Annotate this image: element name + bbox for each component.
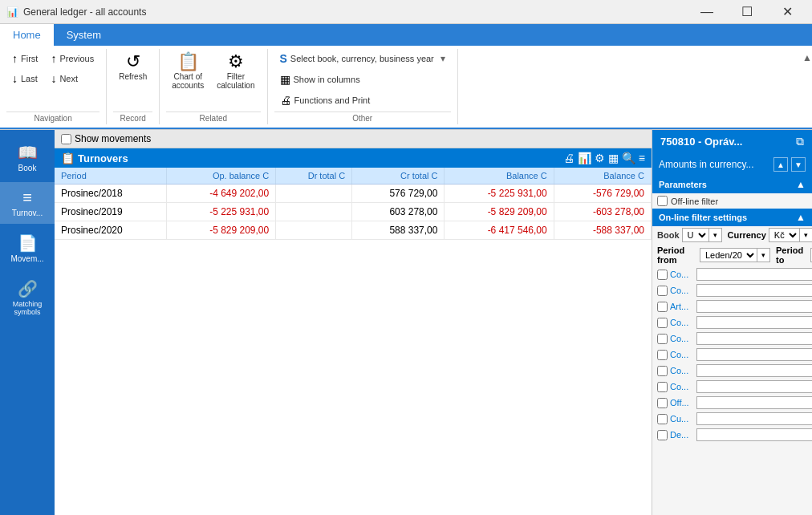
filter-item-checkbox[interactable]	[657, 414, 668, 424]
filter-item-checkbox[interactable]	[657, 270, 668, 280]
filter-item-row: Co... ▾	[652, 314, 812, 330]
col-cr-total: Cr total C	[352, 168, 445, 185]
table-row[interactable]: Prosinec/2020-5 829 209,00588 337,00-6 4…	[55, 221, 652, 240]
filter-item-input[interactable]	[696, 300, 812, 313]
online-filter-collapse-button[interactable]: ▲	[796, 212, 806, 223]
next-button[interactable]: ↓ Next	[45, 69, 99, 88]
export-turnovers-button[interactable]: ⚙	[595, 152, 605, 164]
select-book-button[interactable]: S Select book, currency, business year ▾	[274, 49, 451, 68]
sidebar-item-turnovers[interactable]: ≡ Turnov...	[0, 182, 55, 224]
title-bar: 📊 General ledger - all accounts — ☐ ✕	[0, 0, 812, 24]
filter-item-input[interactable]	[696, 428, 812, 441]
search-turnovers-button[interactable]: 🔍	[622, 152, 635, 164]
filter-item-label: Co...	[670, 286, 694, 295]
book-select[interactable]: U	[682, 228, 709, 242]
period-from-label: Period from	[657, 245, 697, 265]
chart-turnovers-button[interactable]: 📊	[578, 152, 591, 164]
ribbon-tabs: Home System	[0, 24, 812, 46]
filter-calculation-button[interactable]: ⚙ Filtercalculation	[211, 49, 260, 94]
filter-item-input[interactable]	[696, 364, 812, 377]
print-icon: 🖨	[280, 94, 291, 107]
columns-turnovers-button[interactable]: ▦	[608, 152, 619, 164]
filter-item-checkbox[interactable]	[657, 318, 668, 328]
table-row[interactable]: Prosinec/2019-5 225 931,00603 278,00-5 8…	[55, 203, 652, 221]
filter-item-checkbox[interactable]	[657, 382, 668, 392]
offline-filter-label: Off-line filter	[671, 197, 718, 206]
filter-item-checkbox[interactable]	[657, 286, 668, 296]
filter-item-row: Co... ▾	[652, 266, 812, 282]
ribbon-group-other: S Select book, currency, business year ▾…	[268, 49, 458, 124]
book-select-btn[interactable]: ▾	[709, 228, 722, 242]
filter-item-input[interactable]	[696, 396, 812, 409]
filter-item-checkbox[interactable]	[657, 334, 668, 344]
filter-item-checkbox[interactable]	[657, 350, 668, 360]
tab-system[interactable]: System	[54, 24, 114, 46]
ribbon-content: ↑ First ↓ Last ↑ Previous ↓ Next	[0, 46, 812, 129]
online-filter-section-header[interactable]: On-line filter settings ▲	[652, 209, 812, 226]
turnovers-title: Turnovers	[78, 152, 128, 164]
functions-print-button[interactable]: 🖨 Functions and Print	[274, 91, 451, 110]
previous-label: Previous	[59, 54, 94, 63]
filter-item-row: Co... ▾	[652, 330, 812, 347]
select-book-dropdown-icon: ▾	[441, 53, 445, 64]
print-label: Functions and Print	[294, 95, 371, 105]
refresh-button[interactable]: ↺ Refresh	[113, 49, 152, 85]
filter-calc-icon: ⚙	[228, 53, 244, 71]
amounts-label: Amounts in currency...	[659, 159, 754, 170]
filter-item-label: Off...	[670, 398, 694, 408]
sidebar-item-matching[interactable]: 🔗 Matching symbols	[0, 273, 55, 322]
filter-item-input[interactable]	[696, 284, 812, 297]
previous-button[interactable]: ↑ Previous	[45, 49, 99, 68]
filter-item-checkbox[interactable]	[657, 430, 668, 440]
close-button[interactable]: ✕	[769, 0, 806, 24]
period-from-btn[interactable]: ▾	[757, 248, 770, 262]
filter-item-checkbox[interactable]	[657, 398, 668, 408]
filter-item-input[interactable]	[696, 348, 812, 361]
sidebar-item-movements[interactable]: 📄 Movem...	[0, 227, 55, 270]
right-panel-title: 750810 - Opráv...	[660, 136, 742, 148]
amounts-header: Amounts in currency... ▲ ▼	[652, 153, 812, 176]
sidebar-book-label: Book	[18, 164, 37, 172]
print-turnovers-button[interactable]: 🖨	[563, 152, 574, 164]
ribbon-collapse-button[interactable]: ▲	[802, 52, 812, 63]
parameters-section-header[interactable]: Parameters ▲	[652, 176, 812, 193]
col-balance1: Balance C	[445, 168, 554, 185]
show-movements-checkbox[interactable]	[61, 134, 71, 144]
tab-home[interactable]: Home	[0, 24, 54, 46]
scroll-up-button[interactable]: ▲	[773, 157, 788, 172]
parameters-collapse-button[interactable]: ▲	[796, 179, 806, 190]
maximize-button[interactable]: ☐	[729, 0, 765, 24]
filter-calc-label: Filtercalculation	[217, 72, 254, 90]
scroll-down-button[interactable]: ▼	[791, 157, 806, 172]
show-movements-checkbox-wrapper[interactable]: Show movements	[61, 133, 151, 144]
sidebar-item-book[interactable]: 📖 Book	[0, 136, 55, 179]
left-sidebar: 📖 Book ≡ Turnov... 📄 Movem... 🔗 Matching…	[0, 130, 55, 515]
filter-item-input[interactable]	[696, 412, 812, 425]
table-cell: -5 225 931,00	[166, 203, 275, 221]
period-from-select[interactable]: Leden/20	[700, 248, 757, 262]
filter-item-input[interactable]	[696, 316, 812, 329]
table-row[interactable]: Prosinec/2018-4 649 202,00576 729,00-5 2…	[55, 185, 652, 203]
table-cell: -5 829 209,00	[445, 203, 554, 221]
filter-item-input[interactable]	[696, 332, 812, 345]
main-layout: 📖 Book ≡ Turnov... 📄 Movem... 🔗 Matching…	[0, 130, 812, 515]
menu-turnovers-button[interactable]: ≡	[639, 152, 645, 164]
filter-item-checkbox[interactable]	[657, 366, 668, 376]
filter-item-checkbox[interactable]	[657, 302, 668, 312]
filter-item-input[interactable]	[696, 268, 812, 281]
show-in-columns-button[interactable]: ▦ Show in columns	[274, 70, 451, 89]
filter-item-input[interactable]	[696, 380, 812, 393]
filter-item-label: Cu...	[670, 414, 694, 424]
window-title: General ledger - all accounts	[23, 6, 146, 18]
currency-select-btn[interactable]: ▾	[800, 228, 812, 242]
chart-of-accounts-button[interactable]: 📋 Chart ofaccounts	[166, 49, 209, 94]
minimize-button[interactable]: —	[688, 0, 725, 24]
filter-item-row: De... ▾	[652, 427, 812, 443]
last-icon: ↓	[12, 72, 18, 85]
currency-select[interactable]: Kč	[769, 228, 800, 242]
right-panel-open-button[interactable]: ⧉	[796, 135, 804, 148]
offline-filter-checkbox[interactable]	[657, 196, 668, 206]
first-button[interactable]: ↑ First	[6, 49, 43, 68]
last-button[interactable]: ↓ Last	[6, 69, 43, 88]
ribbon: Home System ↑ First ↓ Last ↑	[0, 24, 812, 130]
